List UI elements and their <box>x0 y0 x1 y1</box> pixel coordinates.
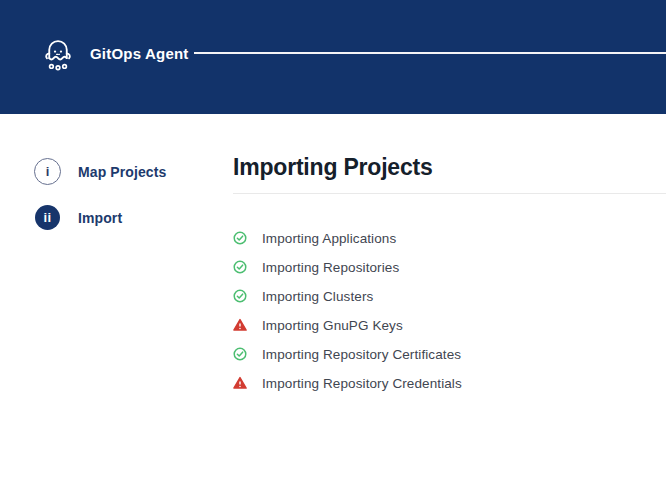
wizard-step-label: Import <box>78 210 122 226</box>
import-status-label: Importing GnuPG Keys <box>262 318 403 333</box>
import-status-row: Importing Repository Certificates <box>233 347 653 361</box>
import-status-row: Importing Applications <box>233 231 653 245</box>
step-number-badge: ii <box>35 205 60 230</box>
success-check-icon <box>233 260 247 274</box>
import-status-list: Importing Applications Importing Reposit… <box>233 231 653 405</box>
success-check-icon <box>233 289 247 303</box>
app-title: GitOps Agent <box>90 45 189 62</box>
import-status-row: Importing Repository Credentials <box>233 376 653 390</box>
app-header: GitOps Agent <box>0 0 666 114</box>
error-warning-icon <box>233 318 247 332</box>
wizard-step-import[interactable]: ii Import <box>34 204 122 231</box>
error-warning-icon <box>233 376 247 390</box>
import-status-row: Importing Clusters <box>233 289 653 303</box>
import-status-label: Importing Repositories <box>262 260 399 275</box>
import-status-row: Importing Repositories <box>233 260 653 274</box>
gitops-octopus-logo-icon <box>37 30 79 74</box>
title-divider-line <box>233 193 666 194</box>
import-status-label: Importing Repository Certificates <box>262 347 461 362</box>
import-status-row: Importing GnuPG Keys <box>233 318 653 332</box>
import-status-label: Importing Applications <box>262 231 396 246</box>
import-status-label: Importing Repository Credentials <box>262 376 462 391</box>
success-check-icon <box>233 231 247 245</box>
wizard-step-label: Map Projects <box>78 164 166 180</box>
page-title: Importing Projects <box>233 154 433 181</box>
wizard-step-map-projects[interactable]: i Map Projects <box>34 158 166 185</box>
header-divider-line <box>194 52 666 54</box>
import-status-label: Importing Clusters <box>262 289 373 304</box>
success-check-icon <box>233 347 247 361</box>
step-number-badge: i <box>34 158 61 185</box>
